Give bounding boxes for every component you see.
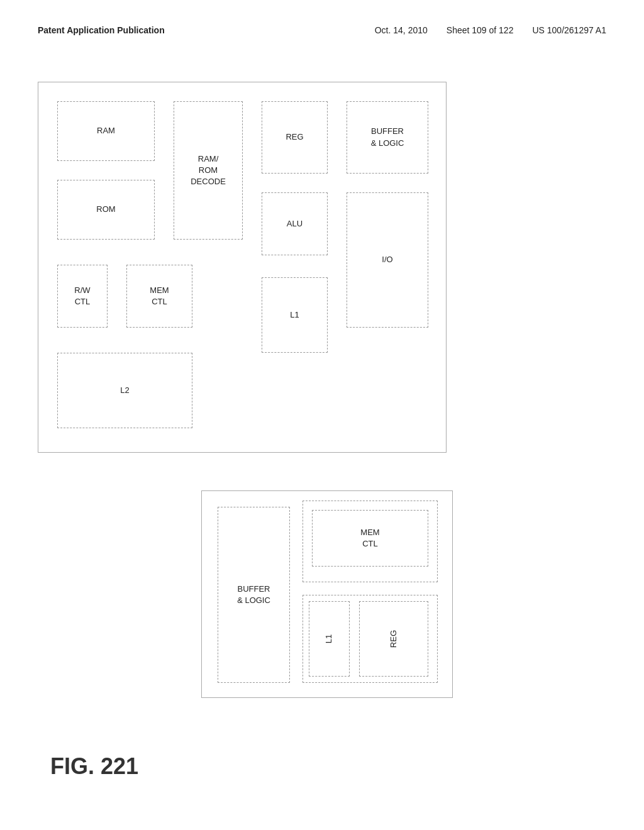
publication-label: Patent Application Publication [38,25,165,35]
alu-block: ALU [262,192,328,255]
header-meta: Oct. 14, 2010 Sheet 109 of 122 US 100/26… [375,25,606,35]
reg-block: REG [262,101,328,174]
rom-block: ROM [57,180,155,240]
ram-rom-decode-block: RAM/ROMDECODE [174,101,243,240]
page-header: Patent Application Publication Oct. 14, … [38,25,606,35]
buffer-logic-block: BUFFER& LOGIC [347,101,428,174]
l1-block: L1 [262,277,328,353]
publication-date: Oct. 14, 2010 [375,25,428,35]
ram-block: RAM [57,101,155,161]
rw-ctl-block: R/WCTL [57,265,108,328]
l1-block-2: L1 [309,601,350,677]
l2-block: L2 [57,353,192,428]
figure-label: FIG. 221 [50,753,138,780]
reg-block-2: REG [359,601,428,677]
diagram-2: BUFFER& LOGIC MEMCTL L1 REG [201,490,453,698]
sheet-info: Sheet 109 of 122 [447,25,514,35]
reg-label: REG [388,630,399,648]
patent-number: US 100/261297 A1 [532,25,606,35]
buffer-logic-block-2: BUFFER& LOGIC [218,507,290,683]
diagram-1: RAM ROM RAM/ROMDECODE REG BUFFER& LOGIC … [38,82,447,453]
mem-ctl-block: MEMCTL [126,265,192,328]
l1-label: L1 [323,634,335,643]
mem-ctl-block-2: MEMCTL [312,510,428,567]
io-block: I/O [347,192,428,328]
